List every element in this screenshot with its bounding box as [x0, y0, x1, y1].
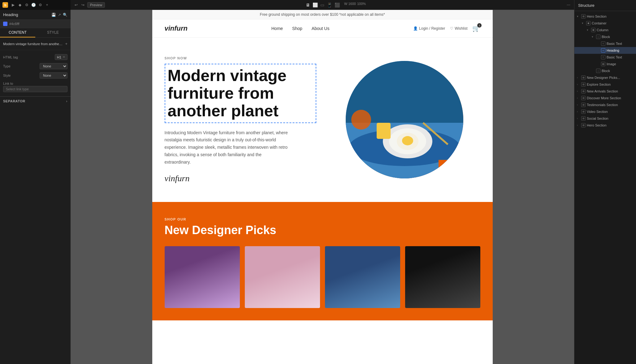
announcement-bar: Free ground shipping on most orders over…	[152, 10, 493, 19]
settings-icon[interactable]: ⚙	[24, 2, 29, 7]
site-navbar: vinfurn Home Shop About Us 👤 Login / Reg…	[152, 19, 493, 38]
type-select[interactable]: None	[40, 63, 67, 69]
hero-text: SHOP NOW Modern vintage furniture from a…	[165, 56, 316, 183]
hero-image-placeholder	[346, 61, 463, 178]
right-panel: Structure ▾ ▤ Hero Section ▾ ▣ Container…	[574, 0, 636, 364]
tree-label: Basic Text	[607, 42, 622, 45]
tree-icon: T	[601, 55, 605, 59]
tree-discover[interactable]: › ▤ Discover More Section	[574, 95, 636, 101]
tab-content[interactable]: CONTENT	[0, 28, 35, 37]
toolbar-left: ↩ ↪ Preview	[74, 2, 105, 8]
tree-label: Hero Section	[587, 15, 607, 18]
desktop-icon[interactable]: 🖥	[305, 2, 311, 8]
tree-label: New Designer Picks...	[587, 76, 620, 79]
hero-section: SHOP NOW Modern vintage furniture from a…	[152, 38, 493, 202]
tree-arrow: ›	[577, 76, 580, 79]
website-canvas: Free ground shipping on most orders over…	[152, 10, 493, 364]
html-tag-value[interactable]: H1 ✕	[55, 54, 67, 60]
tree-column[interactable]: ▾ ▦ Column	[574, 27, 636, 33]
play-icon[interactable]: ▶	[11, 2, 15, 7]
tree-icon: ▤	[581, 109, 586, 114]
main-toolbar: ↩ ↪ Preview 🖥 ⬜ ▭ 📱 ⬛ W 1600 100% ⋯	[71, 0, 574, 10]
tree-label: Column	[597, 28, 608, 32]
tree-explore[interactable]: › ▤ Explore Section	[574, 81, 636, 88]
nav-auth[interactable]: 👤 Login / Register	[413, 26, 445, 31]
tablet-landscape-icon[interactable]: ⬜	[312, 2, 318, 8]
tree-icon: H	[601, 48, 605, 53]
add-element-icon[interactable]: +	[65, 41, 67, 46]
save-icon[interactable]: 💾	[51, 13, 56, 17]
more-icon[interactable]: ⋯	[566, 2, 571, 7]
nav-wishlist[interactable]: ♡ Wishlist	[450, 26, 467, 31]
tree-social[interactable]: › ▤ Social Section	[574, 115, 636, 122]
tree-icon: ▤	[581, 75, 586, 80]
hero-image-svg	[346, 61, 463, 178]
search-icon[interactable]: 🔍	[63, 13, 67, 17]
tree-arrow: ▾	[577, 15, 580, 18]
tree-icon: ▤	[581, 14, 586, 19]
site-nav-right: 👤 Login / Register ♡ Wishlist 🛒 1	[413, 25, 480, 32]
separator-toggle-icon[interactable]: ›	[66, 99, 67, 103]
link-to-input[interactable]	[3, 86, 67, 92]
undo-icon[interactable]: ↩	[74, 2, 79, 7]
element-name: Modern vintage furniture from another pl…	[3, 42, 63, 46]
product-card-4[interactable]	[405, 246, 480, 308]
hero-eyebrow: SHOP NOW	[165, 56, 316, 60]
tree-icon: ▤	[581, 96, 586, 100]
tree-heading[interactable]: ▾ H Heading	[574, 47, 636, 54]
mobile-icon[interactable]: 📱	[326, 2, 333, 8]
preview-btn[interactable]: Preview	[87, 2, 105, 8]
tree-icon: □	[596, 69, 600, 73]
structure-panel-title: Structure	[574, 0, 636, 11]
tree-testimonials[interactable]: › ▤ Testimonials Section	[574, 101, 636, 108]
cart-icon-wrap[interactable]: 🛒 1	[472, 25, 480, 32]
hero-image-wrap	[329, 61, 480, 178]
tree-arrow: ›	[577, 96, 580, 100]
tree-block-2[interactable]: ▾ □ Block	[574, 67, 636, 74]
tree-label: Video Section	[587, 110, 608, 113]
config-icon[interactable]: ⚙	[38, 2, 43, 7]
canvas-area[interactable]: Free ground shipping on most orders over…	[71, 10, 574, 364]
style-select[interactable]: None	[40, 72, 67, 79]
tree-new-designer[interactable]: › ▤ New Designer Picks...	[574, 74, 636, 81]
nav-shop[interactable]: Shop	[292, 26, 302, 31]
tab-style[interactable]: STYLE	[35, 28, 71, 37]
product-card-3[interactable]	[325, 246, 400, 308]
tree-image[interactable]: ▾ 🖼 Image	[574, 61, 636, 67]
tree-label: Discover More Section	[587, 96, 621, 100]
tree-hero-section-1[interactable]: ▾ ▤ Hero Section	[574, 13, 636, 20]
product-card-1[interactable]	[165, 246, 240, 308]
style-label: Style	[3, 74, 11, 77]
tree-basic-text-1[interactable]: ▾ T Basic Text	[574, 40, 636, 47]
tree-basic-text-2[interactable]: ▾ T Basic Text	[574, 54, 636, 61]
separator-section[interactable]: SEPARATOR ›	[0, 96, 71, 105]
tree-block-1[interactable]: ▾ □ Block	[574, 33, 636, 40]
separator-label: SEPARATOR	[3, 99, 25, 103]
history-icon[interactable]: 🕐	[31, 2, 36, 7]
add-icon[interactable]: +	[45, 2, 50, 7]
product-card-2[interactable]	[245, 246, 320, 308]
redo-icon[interactable]: ↪	[80, 2, 85, 7]
tabs-row: CONTENT STYLE	[0, 28, 71, 38]
widescreen-icon[interactable]: ⬛	[334, 2, 340, 8]
hero-description: Introducing Modern Vintage furniture fro…	[165, 129, 288, 166]
tree-video[interactable]: › ▤ Video Section	[574, 108, 636, 115]
tree-new-arrivals[interactable]: › ▤ New Arrivals Section	[574, 88, 636, 95]
svg-point-6	[402, 136, 413, 145]
nav-about[interactable]: About Us	[312, 26, 330, 31]
tree-label: Explore Section	[587, 83, 611, 86]
shapes-icon[interactable]: ◆	[17, 2, 22, 7]
products-heading: New Designer Picks	[165, 224, 480, 237]
color-swatch	[3, 22, 7, 26]
structure-tree: ▾ ▤ Hero Section ▾ ▣ Container ▾ ▦ Colum…	[574, 11, 636, 364]
tree-hero-section-2[interactable]: › ▤ Hero Section	[574, 122, 636, 129]
html-tag-clear[interactable]: ✕	[63, 55, 65, 59]
announcement-text: Free ground shipping on most orders over…	[260, 12, 385, 17]
nav-home[interactable]: Home	[271, 26, 283, 31]
tablet-portrait-icon[interactable]: ▭	[320, 2, 325, 8]
cart-badge: 1	[477, 23, 482, 28]
hero-heading[interactable]: Modern vintage furniture from another pl…	[165, 64, 316, 123]
tree-arrow: ›	[577, 117, 580, 120]
tree-container[interactable]: ▾ ▣ Container	[574, 20, 636, 27]
export-icon[interactable]: ↗	[58, 13, 61, 17]
